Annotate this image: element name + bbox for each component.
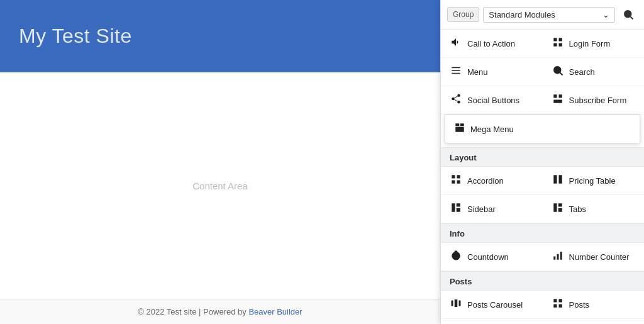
svg-rect-7 — [452, 70, 460, 71]
svg-point-12 — [452, 98, 455, 101]
module-item-pricing-table[interactable]: Pricing Table — [543, 167, 645, 195]
posts-carousel-icon — [450, 298, 462, 311]
site-wrapper: My Test Site Content Area © 2022 Test si… — [0, 0, 440, 324]
svg-rect-41 — [459, 301, 461, 306]
svg-rect-18 — [553, 100, 562, 103]
pricing-table-icon — [552, 174, 564, 187]
posts-icon — [552, 298, 564, 311]
module-label-accordion: Accordion — [467, 176, 504, 186]
svg-line-1 — [630, 16, 633, 19]
menu-icon — [450, 65, 462, 79]
svg-rect-33 — [558, 208, 562, 212]
svg-line-14 — [454, 99, 457, 101]
svg-rect-4 — [553, 43, 557, 47]
number-counter-icon — [552, 250, 564, 264]
section-heading-layout: Layout — [441, 147, 644, 167]
section-heading-info: Info — [441, 223, 644, 243]
module-item-posts-carousel[interactable]: Posts Carousel — [441, 291, 543, 319]
svg-point-0 — [625, 11, 631, 18]
svg-rect-44 — [553, 304, 557, 308]
svg-rect-21 — [455, 127, 464, 132]
site-content: Content Area — [0, 72, 440, 299]
svg-rect-45 — [558, 304, 562, 308]
section-posts: Posts Posts Carousel Posts — [441, 271, 644, 319]
group-select[interactable]: Standard Modules ⌄ — [483, 7, 615, 23]
module-label-subscribe-form: Subscribe Form — [569, 96, 627, 105]
svg-point-13 — [457, 101, 460, 104]
sidebar-icon — [450, 202, 462, 216]
module-label-call-to-action: Call to Action — [467, 39, 515, 48]
svg-rect-2 — [553, 38, 557, 41]
svg-line-10 — [560, 72, 562, 75]
module-grid-info: Countdown Number Counter — [441, 243, 644, 271]
module-label-menu: Menu — [467, 67, 488, 77]
module-item-subscribe-form[interactable]: Subscribe Form — [543, 86, 645, 115]
module-label-social-buttons: Social Buttons — [467, 96, 519, 105]
svg-rect-22 — [452, 175, 455, 178]
svg-rect-43 — [558, 299, 562, 302]
module-item-posts[interactable]: Posts — [543, 291, 645, 319]
module-label-posts: Posts — [569, 300, 590, 310]
module-label-search: Search — [569, 67, 595, 77]
social-buttons-icon — [450, 93, 462, 107]
svg-rect-5 — [558, 43, 562, 47]
module-item-number-counter[interactable]: Number Counter — [543, 243, 645, 271]
module-item-tabs[interactable]: Tabs — [543, 195, 645, 223]
megaphone-icon — [450, 36, 462, 50]
section-layout: Layout Accordion Pricing Table — [441, 147, 644, 223]
module-label-number-counter: Number Counter — [569, 252, 630, 262]
svg-rect-23 — [457, 175, 460, 178]
svg-line-15 — [454, 96, 457, 98]
svg-rect-25 — [457, 181, 460, 184]
module-item-social-buttons[interactable]: Social Buttons — [441, 86, 543, 115]
module-label-tabs: Tabs — [569, 204, 586, 214]
svg-rect-30 — [457, 208, 460, 212]
chevron-down-icon: ⌄ — [602, 10, 609, 20]
countdown-icon — [450, 250, 462, 264]
svg-rect-28 — [452, 203, 455, 212]
module-item-mega-menu[interactable]: Mega Menu — [445, 115, 640, 143]
module-label-login-form: Login Form — [569, 39, 611, 48]
login-form-icon — [552, 36, 564, 50]
module-item-call-to-action[interactable]: Call to Action — [441, 30, 543, 58]
svg-rect-27 — [558, 175, 562, 184]
svg-rect-42 — [553, 299, 557, 302]
svg-rect-24 — [452, 181, 455, 184]
tabs-icon — [552, 202, 564, 216]
panel-header: Group Standard Modules ⌄ — [441, 0, 644, 30]
svg-rect-19 — [455, 123, 459, 126]
svg-point-9 — [554, 67, 561, 74]
svg-rect-20 — [460, 123, 464, 126]
footer-text: © 2022 Test site | Powered by — [138, 307, 248, 316]
module-label-mega-menu: Mega Menu — [470, 125, 514, 134]
module-item-login-form[interactable]: Login Form — [543, 30, 645, 58]
svg-point-11 — [457, 94, 460, 98]
svg-rect-37 — [557, 254, 558, 260]
panel-search-button[interactable] — [619, 5, 638, 24]
footer-link[interactable]: Beaver Builder — [248, 307, 302, 316]
svg-rect-8 — [452, 73, 460, 74]
module-item-accordion[interactable]: Accordion — [441, 167, 543, 195]
search-icon — [623, 9, 634, 20]
svg-rect-17 — [558, 94, 562, 98]
svg-rect-3 — [558, 38, 562, 41]
module-item-menu[interactable]: Menu — [441, 58, 543, 86]
accordion-icon — [450, 174, 462, 187]
module-grid-posts: Posts Carousel Posts — [441, 291, 644, 319]
svg-rect-26 — [553, 175, 557, 184]
module-item-sidebar[interactable]: Sidebar — [441, 195, 543, 223]
svg-rect-38 — [560, 252, 562, 260]
panel-body: Call to Action Login Form Menu — [441, 30, 644, 324]
site-footer: © 2022 Test site | Powered by Beaver Bui… — [0, 299, 440, 324]
content-area-label: Content Area — [192, 181, 248, 191]
module-item-search[interactable]: Search — [543, 58, 645, 86]
module-item-countdown[interactable]: Countdown — [441, 243, 543, 271]
module-label-sidebar: Sidebar — [467, 204, 496, 214]
svg-rect-32 — [558, 203, 562, 206]
module-label-pricing-table: Pricing Table — [569, 176, 616, 186]
svg-rect-36 — [553, 257, 555, 260]
svg-rect-6 — [452, 67, 460, 69]
site-header: My Test Site — [0, 0, 440, 72]
subscribe-form-icon — [552, 93, 564, 107]
section-actions: Call to Action Login Form Menu — [441, 30, 644, 143]
